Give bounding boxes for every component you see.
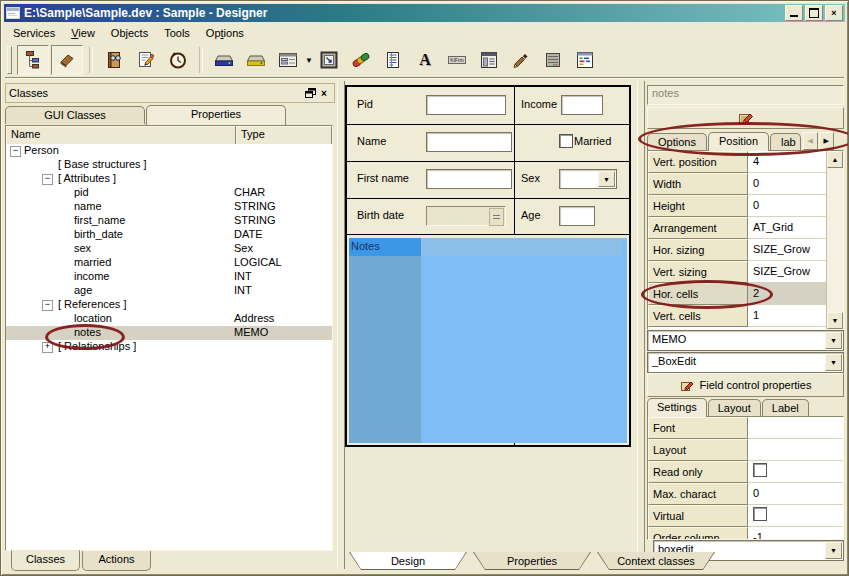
edit-field-button[interactable] [647, 107, 844, 129]
window-script-button[interactable] [570, 46, 600, 74]
view-tab-design[interactable]: Design [349, 552, 467, 570]
tree-item-references[interactable]: −[ References ] [6, 298, 332, 312]
property-value[interactable] [748, 417, 843, 439]
property-row-read-only[interactable]: Read only [648, 461, 843, 483]
property-row-hor-sizing[interactable]: Hor. sizingSIZE_Grow [648, 239, 843, 261]
edit-document-button[interactable] [131, 46, 161, 74]
menu-item-options[interactable]: Options [198, 25, 252, 41]
tree-item-attributes[interactable]: −[ Attributes ] [6, 172, 332, 186]
tree-item-sex[interactable]: sexSex [6, 242, 332, 256]
checkbox-read-only[interactable] [753, 463, 767, 477]
tab-scroll-right-icon[interactable]: ▶ [819, 132, 834, 150]
property-value[interactable]: 0 [748, 173, 827, 195]
property-value[interactable] [748, 461, 843, 483]
tree-item-pid[interactable]: pidCHAR [6, 186, 332, 200]
form-window-button[interactable] [273, 46, 303, 74]
float-panel-icon[interactable] [303, 87, 317, 100]
tab-lab[interactable]: lab [770, 133, 801, 150]
notes-memo-area[interactable] [421, 238, 627, 443]
property-value[interactable]: 0 [748, 483, 843, 505]
toolbar-gripper[interactable] [7, 46, 12, 74]
window-list-button[interactable] [474, 46, 504, 74]
tab-properties[interactable]: Properties [146, 105, 286, 125]
field-type-dropdown[interactable]: MEMO ▼ [647, 330, 844, 351]
property-row-order-column[interactable]: Order column-1 [648, 527, 843, 540]
collapse-icon[interactable]: − [42, 174, 53, 185]
sex-dropdown[interactable]: ▼ [559, 169, 617, 189]
tab-options[interactable]: Options [647, 133, 707, 150]
tree-item-location[interactable]: locationAddress [6, 312, 332, 326]
property-value[interactable]: -1 [748, 527, 843, 540]
tree-item-age[interactable]: ageINT [6, 284, 332, 298]
right-splitter[interactable] [637, 81, 645, 569]
tree-item-person[interactable]: −Person [6, 144, 332, 158]
report-list-button[interactable] [378, 46, 408, 74]
property-value[interactable]: SIZE_Grow [748, 239, 827, 261]
tree-item-married[interactable]: marriedLOGICAL [6, 256, 332, 270]
view-tab-properties[interactable]: Properties [473, 552, 591, 570]
bottom-tab-classes[interactable]: Classes [11, 550, 80, 571]
tab-gui-classes[interactable]: GUI Classes [5, 106, 145, 124]
property-row-arrangement[interactable]: ArrangementAT_Grid [648, 217, 843, 239]
menu-item-view[interactable]: View [63, 25, 103, 41]
label-frame-button[interactable]: KiFrm [442, 46, 472, 74]
control-class-dropdown[interactable]: _BoxEdit ▼ [647, 352, 844, 373]
collapse-icon[interactable]: − [10, 146, 21, 157]
tab-label[interactable]: Label [762, 399, 809, 416]
property-row-vert-cells[interactable]: Vert. cells1 [648, 305, 843, 327]
hierarchy-tree-button[interactable] [17, 45, 49, 75]
close-button[interactable]: × [825, 5, 843, 21]
scroll-down-icon[interactable]: ▼ [827, 312, 843, 329]
close-panel-icon[interactable]: × [317, 87, 331, 100]
bottom-tab-actions[interactable]: Actions [82, 551, 151, 571]
property-value[interactable]: 4 [748, 151, 827, 173]
pid-input[interactable] [426, 95, 506, 115]
menu-item-objects[interactable]: Objects [103, 25, 156, 41]
property-value[interactable]: 0 [748, 195, 827, 217]
property-value[interactable]: AT_Grid [748, 217, 827, 239]
tab-layout[interactable]: Layout [708, 399, 761, 416]
property-value[interactable]: SIZE_Grow [748, 261, 827, 283]
tree-item-first-name[interactable]: first_nameSTRING [6, 214, 332, 228]
checkbox-virtual[interactable] [753, 507, 767, 521]
server-button[interactable] [538, 46, 568, 74]
notes-memo-field-selected[interactable]: Notes [349, 238, 627, 443]
drive-yellow-button[interactable] [241, 46, 271, 74]
dropdown-arrow-icon[interactable]: ▼ [825, 542, 842, 559]
left-splitter[interactable] [337, 81, 345, 569]
tree-item-birth-date[interactable]: birth_dateDATE [6, 228, 332, 242]
image-frame-button[interactable] [314, 46, 344, 74]
property-row-hor-cells[interactable]: Hor. cells2 [648, 283, 843, 305]
tab-scroll-left-icon[interactable]: ◀ [803, 132, 818, 150]
font-button[interactable]: AA [410, 46, 440, 74]
scroll-up-icon[interactable]: ▲ [827, 151, 843, 168]
property-value[interactable]: 2 [748, 283, 827, 305]
income-input[interactable] [561, 95, 603, 115]
property-value[interactable]: 1 [748, 305, 827, 327]
expand-icon[interactable]: + [42, 342, 53, 353]
eraser-button[interactable] [51, 45, 83, 75]
property-row-vert-position[interactable]: Vert. position4 [648, 151, 843, 173]
toolbar-dropdown-arrow-icon[interactable]: ▼ [305, 56, 313, 65]
property-row-vert-sizing[interactable]: Vert. sizingSIZE_Grow [648, 261, 843, 283]
view-tab-context-classes[interactable]: Context classes [597, 552, 715, 570]
property-value[interactable] [748, 439, 843, 461]
clock-button[interactable] [163, 46, 193, 74]
tree-item-notes[interactable]: notesMEMO [6, 326, 332, 340]
menu-item-services[interactable]: Services [5, 25, 63, 41]
dropdown-arrow-icon[interactable]: ▼ [825, 332, 842, 349]
book-button[interactable] [99, 46, 129, 74]
property-value[interactable] [748, 505, 843, 527]
form-design-canvas[interactable]: Pid Income Name Married First name Sex ▼… [345, 85, 631, 447]
property-row-font[interactable]: Font [648, 417, 843, 439]
minimize-button[interactable] [785, 5, 803, 21]
birth-date-input[interactable] [426, 206, 506, 226]
column-header-type[interactable]: Type [236, 126, 332, 146]
tree-item-income[interactable]: incomeINT [6, 270, 332, 284]
drive-blue-button[interactable] [209, 46, 239, 74]
maximize-button[interactable] [805, 5, 823, 21]
property-row-max-charact[interactable]: Max. charact0 [648, 483, 843, 505]
tree-item-name[interactable]: nameSTRING [6, 200, 332, 214]
property-row-layout[interactable]: Layout [648, 439, 843, 461]
property-row-height[interactable]: Height0 [648, 195, 843, 217]
